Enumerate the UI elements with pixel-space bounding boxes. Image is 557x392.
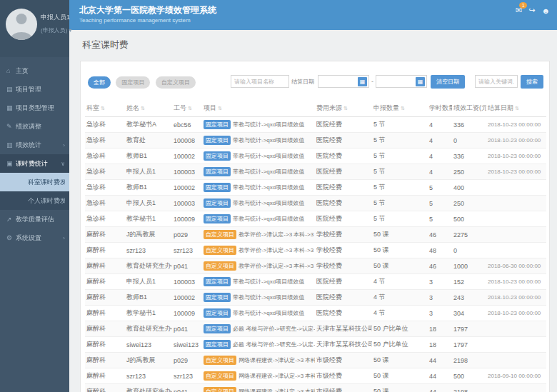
project-type-badge: 固定项目 bbox=[204, 151, 231, 161]
cell-name: 教育处研究生办公室A bbox=[125, 384, 172, 392]
cell-settle-date: 2018-10-23 00:00:00 bbox=[486, 290, 546, 306]
cell-employee-id: 100008 bbox=[172, 133, 202, 149]
cell-name: 教学秘书1 bbox=[125, 306, 172, 321]
cell-name: 教师B1 bbox=[125, 180, 172, 196]
project-name-input[interactable] bbox=[231, 75, 289, 88]
cell-employee-id: 100002 bbox=[172, 290, 202, 306]
sort-icon[interactable]: ⇅ bbox=[188, 106, 192, 111]
chevron-icon: › bbox=[63, 142, 65, 149]
user-icon[interactable]: ☻ bbox=[541, 6, 550, 15]
sort-icon[interactable]: ⇅ bbox=[218, 106, 222, 111]
cell-wage: 500 bbox=[452, 211, 486, 227]
cell-settle-date: 2018-10-23 00:00:00 bbox=[486, 133, 546, 149]
cell-wage: 1797 bbox=[452, 321, 486, 337]
filter-pill[interactable]: 自定义项目 bbox=[156, 76, 196, 89]
sidebar-item-label: 绩效统计 bbox=[16, 141, 63, 150]
clear-date-button[interactable]: 清空日期 bbox=[431, 75, 465, 89]
cell-settle-date: 2018-10-23 00:00:00 bbox=[486, 164, 546, 180]
cell-employee-id: p041 bbox=[172, 384, 202, 392]
calendar-icon[interactable]: ▦ bbox=[358, 77, 367, 86]
sort-icon[interactable]: ⇅ bbox=[101, 106, 105, 111]
sidebar-item-教学质量评估[interactable]: ↗ 教学质量评估 bbox=[0, 210, 69, 228]
filter-pill[interactable]: 全部 bbox=[88, 76, 111, 89]
search-button[interactable]: 搜索 bbox=[521, 75, 543, 89]
cell-project: 固定项目带教与统计->qxd项目绩效值 bbox=[202, 211, 315, 227]
sort-icon[interactable]: ⇅ bbox=[343, 106, 348, 111]
cell-settle-date bbox=[486, 243, 546, 258]
home-icon: ⌂ bbox=[6, 67, 16, 74]
cell-employee-id: 100009 bbox=[172, 306, 202, 321]
cell-declared-qty: 50 户比单位 bbox=[372, 337, 428, 353]
cell-wage: 500 bbox=[452, 368, 486, 384]
project-type-badge: 固定项目 bbox=[204, 136, 231, 145]
table-row: 急诊科 教育处 100008 固定项目带教与统计->qxd项目绩效值 医院经费 … bbox=[85, 133, 546, 149]
sidebar-item-label: 教学质量评估 bbox=[16, 215, 65, 224]
date-range-label: 结算日期 bbox=[291, 78, 314, 86]
project-type-badge: 固定项目 bbox=[204, 308, 231, 318]
cell-settle-date bbox=[486, 337, 546, 353]
column-header[interactable]: 结算日期⇅ bbox=[486, 100, 546, 117]
cell-declared-qty: 50 课 bbox=[372, 384, 428, 392]
cell-fee-source: 学校经费 bbox=[315, 227, 372, 243]
column-header[interactable]: 绩效工资(元)⇅ bbox=[452, 100, 486, 117]
column-header-label: 科室 bbox=[86, 104, 99, 111]
user-role-dropdown[interactable]: (申报人员) ▾ bbox=[41, 26, 72, 34]
column-header[interactable]: 科室⇅ bbox=[85, 100, 125, 117]
cell-project: 固定项目带教与统计->qxd项目绩效值 bbox=[202, 290, 315, 306]
column-header[interactable]: 姓名⇅ bbox=[125, 100, 172, 117]
cell-project: 自定义项目网络课程建设->津认定->3 本科->3 学员 bbox=[202, 353, 315, 368]
column-header[interactable]: 学时数量⇅ bbox=[428, 100, 452, 117]
sort-icon[interactable]: ⇅ bbox=[401, 106, 405, 111]
cell-declared-qty: 5 节 bbox=[372, 211, 428, 227]
cell-name: J的禹教展 bbox=[125, 353, 172, 368]
project-type-badge: 固定项目 bbox=[204, 293, 231, 302]
sidebar-item-课时费统计[interactable]: ▣ 课时费统计 ∨ bbox=[0, 154, 69, 173]
project-type-badge: 固定项目 bbox=[204, 167, 231, 176]
column-header[interactable]: 申报数量⇅ bbox=[372, 100, 428, 117]
cell-fee-source: 市级经费 bbox=[315, 384, 372, 392]
avatar bbox=[6, 9, 37, 40]
project-type-badge: 自定义项目 bbox=[204, 246, 236, 255]
user-role-label: (申报人员) bbox=[41, 27, 67, 34]
message-icon[interactable]: ✉1 bbox=[516, 6, 522, 15]
sidebar-item-系统设置[interactable]: ⚙ 系统设置 › bbox=[0, 228, 69, 247]
sidebar-item-主页[interactable]: ⌂ 主页 bbox=[0, 61, 69, 80]
logout-icon[interactable]: ↪ bbox=[528, 6, 535, 15]
cell-settle-date bbox=[486, 227, 546, 243]
date-from-input[interactable]: ▦ bbox=[318, 75, 369, 88]
sidebar-item-科室课时费发放[interactable]: 科室课时费发放 bbox=[0, 173, 69, 191]
cell-wage: 0 bbox=[452, 133, 486, 149]
cell-declared-qty: 4 节 bbox=[372, 274, 428, 290]
cell-project: 固定项目带教与统计->qxd项目绩效值 bbox=[202, 180, 315, 196]
date-to-input[interactable]: ▦ bbox=[376, 75, 427, 88]
filter-pill[interactable]: 固定项目 bbox=[116, 76, 150, 89]
cell-declared-qty: 5 节 bbox=[372, 180, 428, 196]
cell-name: siwei123 bbox=[125, 337, 172, 353]
project-description: 网络课程建设->津认定->3 本科->3 学员 bbox=[239, 388, 315, 392]
sort-icon[interactable]: ⇅ bbox=[515, 106, 519, 111]
project-description: 教学评价->津认定->3 本科->3 无级负责人 bbox=[239, 231, 315, 238]
table-row: 麻醉科 教师B1 100002 固定项目带教与统计->qxd项目绩效值 医院经费… bbox=[85, 290, 546, 306]
cell-wage: 1797 bbox=[452, 337, 486, 353]
calendar-icon[interactable]: ▦ bbox=[416, 77, 425, 86]
cell-department: 急诊科 bbox=[85, 164, 125, 180]
sidebar-item-绩效统计[interactable]: ▥ 绩效统计 › bbox=[0, 136, 69, 154]
sidebar-item-label: 科室课时费发放 bbox=[28, 178, 65, 187]
sort-icon[interactable]: ⇅ bbox=[141, 106, 145, 111]
cell-fee-source: 医院经费 bbox=[315, 180, 372, 196]
cell-department: 麻醉科 bbox=[85, 227, 125, 243]
sidebar-item-个人课时费发放[interactable]: 个人课时费发放 bbox=[0, 191, 69, 210]
sidebar-item-项目类型管理[interactable]: ▦ 项目类型管理 bbox=[0, 99, 69, 117]
sidebar-item-label: 项目管理 bbox=[16, 85, 65, 94]
chevron-icon: › bbox=[63, 235, 65, 241]
sidebar-item-绩效调整[interactable]: ✎ 绩效调整 bbox=[0, 117, 69, 136]
keyword-input[interactable] bbox=[475, 75, 518, 88]
column-header[interactable]: 工号⇅ bbox=[172, 100, 202, 117]
column-header[interactable]: 费用来源⇅ bbox=[315, 100, 372, 117]
cell-settle-date bbox=[486, 211, 546, 227]
column-header-label: 学时数量 bbox=[429, 104, 452, 111]
date-separator: - bbox=[371, 78, 373, 85]
sidebar-item-项目管理[interactable]: ▤ 项目管理 bbox=[0, 80, 69, 99]
column-header[interactable]: 项目⇅ bbox=[202, 100, 315, 117]
cell-hours: 4 bbox=[428, 117, 452, 133]
